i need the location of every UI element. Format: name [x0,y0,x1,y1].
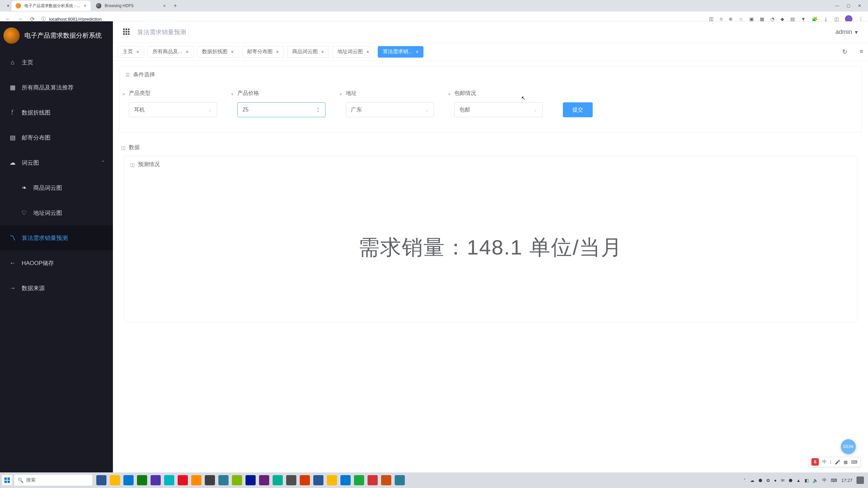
taskbar-app-icon[interactable] [327,475,337,485]
new-tab-button[interactable]: + [171,2,179,10]
taskbar-app-icon[interactable] [259,475,269,485]
notifications-icon[interactable] [856,476,864,484]
sidebar-item[interactable]: ←HAOOP储存 [0,250,113,276]
taskbar-app-icon[interactable] [354,475,364,485]
ime-item[interactable]: ⁞ [830,460,831,465]
page-tab[interactable]: 商品词云图× [287,46,329,58]
close-icon[interactable]: × [231,49,234,55]
submit-button[interactable]: 提交 [563,102,593,117]
page-tab[interactable]: 主页× [118,46,144,58]
close-icon[interactable]: × [321,49,324,55]
refresh-icon[interactable]: ↻ [842,48,847,56]
ime-item[interactable]: 🎤 [835,460,840,465]
taskbar-app-icon[interactable] [178,475,188,485]
ime-item[interactable]: ⌨ [851,460,857,465]
taskbar-app-icon[interactable] [151,475,161,485]
close-icon[interactable]: × [186,49,189,55]
tray-icon[interactable]: ☁ [750,478,754,483]
ime-item[interactable]: ▦ [844,460,848,465]
key-icon[interactable]: ⚿ [709,16,714,22]
tray-icon[interactable]: ⬢ [758,478,762,483]
taskbar-app-icon[interactable] [218,475,229,485]
product-type-select[interactable]: 耳机 ⌄ [129,102,217,117]
sidebar-item[interactable]: ▦所有商品及算法推荐 [0,75,113,100]
tray-ime-icon[interactable]: 中 [822,477,827,483]
translate-icon[interactable]: ⎋ [720,16,723,22]
taskbar-app-icon[interactable] [110,475,120,485]
sidebar-item[interactable]: ☁词云图˄ [0,150,113,175]
ext-icon[interactable]: ◆ [781,16,784,22]
tray-icon[interactable]: ▲ [796,478,801,483]
browser-tab-active[interactable]: 电子产品需求数据分析系统 - ... × [12,1,91,11]
tabs-menu-icon[interactable]: ≡ [860,48,863,56]
page-tab[interactable]: 算法需求销...× [378,46,424,58]
close-icon[interactable]: × [276,49,279,55]
tray-expand-icon[interactable]: ˄ [744,478,746,483]
taskbar-app-icon[interactable] [205,475,215,485]
taskbar-app-icon[interactable] [340,475,351,485]
tray-icon[interactable]: ⬣ [789,478,792,483]
spin-down-icon[interactable]: ▼ [316,110,322,113]
maximize-icon[interactable]: ▢ [847,3,850,8]
tabs-dropdown-icon[interactable]: ▾ [5,3,12,8]
taskbar-app-icon[interactable] [381,475,391,485]
ext-icon[interactable]: ▤ [790,16,795,22]
sidebar-item[interactable]: 〽算法需求销量预测 [0,225,113,250]
close-icon[interactable]: × [84,3,86,8]
taskbar-app-icon[interactable] [313,475,323,485]
taskbar-app-icon[interactable] [368,475,378,485]
sidebar-item[interactable]: ❧商品词云图 [0,175,113,200]
shipping-select[interactable]: 包邮 ⌄ [454,102,542,117]
price-input-field[interactable] [242,107,320,113]
ime-toolbar[interactable]: S 中 ⁞ 🎤 ▦ ⌨ [808,457,861,467]
ime-item[interactable]: 中 [822,459,827,465]
float-badge[interactable]: 03:04 [841,439,856,454]
extensions-icon[interactable]: 🧩 [812,16,817,22]
sidebar-item[interactable]: ♡地址词云图 [0,200,113,225]
close-icon[interactable]: × [136,49,139,55]
address-select[interactable]: 广东 ⌄ [346,102,434,117]
ext-icon[interactable]: ◔ [770,16,774,22]
browser-tab[interactable]: Browsing HDFS × [92,1,170,11]
downloads-icon[interactable]: ⭳ [824,16,828,22]
apps-icon[interactable] [123,28,131,36]
taskbar-app-icon[interactable] [395,475,405,485]
taskbar-app-icon[interactable] [96,475,106,485]
sidepanel-icon[interactable]: ◫ [834,16,839,22]
menu-icon[interactable]: ⋮ [859,16,863,22]
taskbar-search[interactable]: 🔍 搜索 [14,475,92,486]
taskbar-app-icon[interactable] [232,475,242,485]
tray-icon[interactable]: ◧ [805,478,809,483]
taskbar-app-icon[interactable] [300,475,310,485]
tray-icon[interactable]: ⌨ [831,478,837,483]
tray-icon[interactable]: ● [774,478,777,483]
zoom-icon[interactable]: ⊕ [729,16,733,22]
taskbar-app-icon[interactable] [123,475,134,485]
taskbar-app-icon[interactable] [164,475,174,485]
sidebar-item[interactable]: →数据来源 [0,276,113,301]
close-icon[interactable]: × [163,3,166,8]
taskbar-app-icon[interactable] [273,475,283,485]
close-icon[interactable]: × [366,49,369,55]
close-window-icon[interactable]: ✕ [858,3,861,8]
taskbar-app-icon[interactable] [286,475,296,485]
user-menu[interactable]: admin ▾ [835,28,858,36]
tray-icon[interactable]: 🔈 [813,478,818,483]
price-input[interactable]: ▲ ▼ [237,102,326,117]
taskbar-app-icon[interactable] [137,475,147,485]
minimize-icon[interactable]: — [835,3,839,8]
taskbar-clock[interactable]: 17:27 [841,478,852,483]
sidebar-item[interactable]: ⌂主页 [0,50,113,75]
page-tab[interactable]: 地址词云图× [332,46,374,58]
ext-icon[interactable]: ▣ [749,16,754,22]
sidebar-item[interactable]: ᚶ数据折线图 [0,100,113,125]
page-tab[interactable]: 邮寄分布图× [242,46,284,58]
ext-icon[interactable]: ▼ [801,16,806,22]
close-icon[interactable]: × [416,49,418,55]
start-button[interactable] [2,475,12,485]
tray-icon[interactable]: ✿ [766,478,770,483]
taskbar-app-icon[interactable] [245,475,256,485]
tray-icon[interactable]: ✉ [781,478,785,483]
star-icon[interactable]: ☆ [739,16,743,22]
sidebar-item[interactable]: ▤邮寄分布图 [0,125,113,150]
